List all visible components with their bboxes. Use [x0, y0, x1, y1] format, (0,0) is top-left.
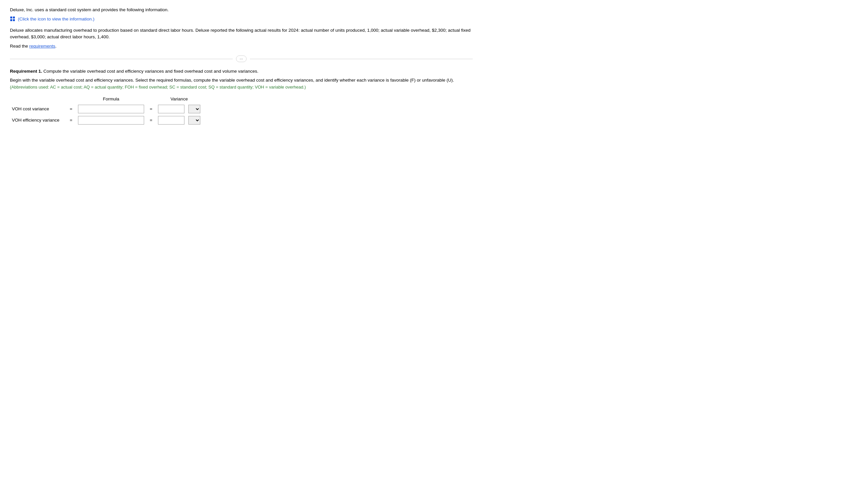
requirement-section: Requirement 1. Compute the variable over… — [10, 69, 473, 126]
divider-button[interactable]: ··· — [236, 56, 247, 62]
svg-rect-0 — [10, 17, 12, 19]
formula-table: Formula Variance VOH cost variance = = — [10, 96, 202, 126]
table-row: VOH efficiency variance = = F U — [10, 115, 202, 126]
voh-cost-variance-input[interactable] — [158, 105, 184, 113]
empty-header2 — [66, 96, 76, 103]
divider-line-left — [10, 59, 233, 59]
icon-link-line: (Click the icon to view the information.… — [10, 16, 473, 24]
icon-link-label: (Click the icon to view the information.… — [18, 16, 95, 23]
voh-eff-variance-select-cell[interactable]: F U — [186, 115, 202, 126]
voh-cost-label: VOH cost variance — [10, 103, 66, 115]
voh-eff-formula-cell[interactable] — [76, 115, 146, 126]
svg-rect-1 — [13, 17, 15, 19]
svg-rect-2 — [10, 19, 12, 21]
voh-cost-variance-select[interactable]: F U — [188, 105, 200, 113]
empty-header3 — [146, 96, 156, 103]
read-label: Read the — [10, 43, 29, 49]
voh-eff-eq1: = — [66, 115, 76, 126]
req-heading-text: Compute the variable overhead cost and e… — [42, 69, 258, 74]
read-end: . — [55, 43, 57, 49]
voh-cost-variance-cell[interactable] — [156, 103, 186, 115]
begin-text-main: Begin with the variable overhead cost an… — [10, 78, 454, 83]
voh-cost-eq2: = — [146, 103, 156, 115]
voh-cost-formula-input[interactable] — [78, 105, 144, 113]
svg-rect-3 — [13, 19, 15, 21]
voh-eff-variance-select[interactable]: F U — [188, 116, 200, 125]
voh-cost-formula-cell[interactable] — [76, 103, 146, 115]
variance-header: Variance — [156, 96, 202, 103]
requirements-link[interactable]: requirements — [29, 43, 56, 49]
voh-cost-variance-select-cell[interactable]: F U — [186, 103, 202, 115]
voh-eff-variance-input[interactable] — [158, 116, 184, 125]
voh-eff-formula-input[interactable] — [78, 116, 144, 125]
read-requirements-line: Read the requirements. — [10, 43, 473, 50]
voh-eff-label: VOH efficiency variance — [10, 115, 66, 126]
begin-text: Begin with the variable overhead cost an… — [10, 77, 473, 91]
voh-eff-eq2: = — [146, 115, 156, 126]
divider-line-right — [250, 59, 473, 59]
voh-eff-variance-cell[interactable] — [156, 115, 186, 126]
divider-section: ··· — [10, 56, 473, 62]
abbrev-text: (Abbreviations used: AC = actual cost; A… — [10, 85, 306, 90]
main-content: Deluxe, Inc. uses a standard cost system… — [10, 7, 473, 126]
table-row: VOH cost variance = = F U — [10, 103, 202, 115]
formula-header: Formula — [76, 96, 146, 103]
view-info-link[interactable]: (Click the icon to view the information.… — [10, 16, 95, 23]
intro-line1: Deluxe, Inc. uses a standard cost system… — [10, 7, 473, 13]
intro-line2: Deluxe allocates manufacturing overhead … — [10, 27, 473, 41]
grid-icon — [10, 16, 16, 22]
req-heading-bold: Requirement 1. — [10, 69, 42, 74]
empty-header — [10, 96, 66, 103]
voh-cost-eq1: = — [66, 103, 76, 115]
req-heading: Requirement 1. Compute the variable over… — [10, 69, 473, 74]
